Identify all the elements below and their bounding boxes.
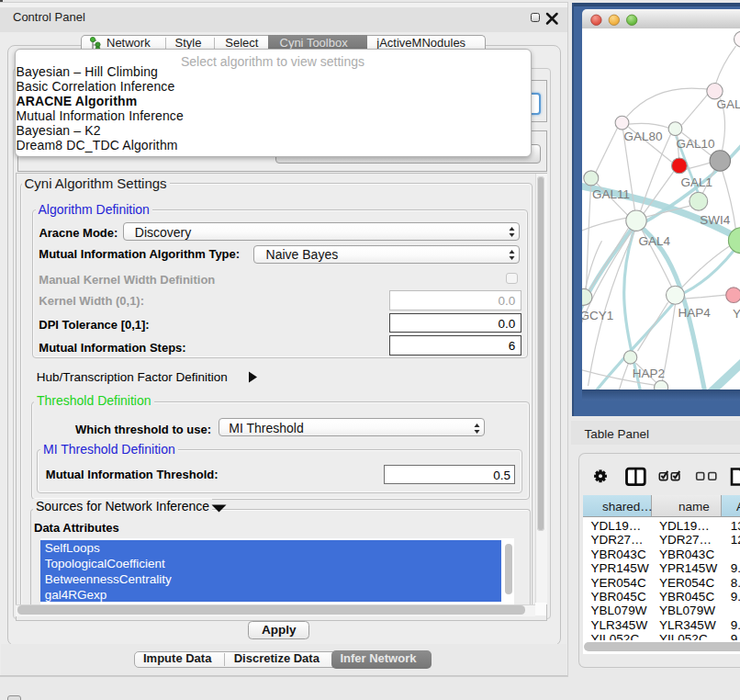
svg-text:GAL80: GAL80: [623, 130, 662, 143]
svg-text:SWI4: SWI4: [700, 212, 730, 226]
svg-text:GAL11: GAL11: [592, 187, 630, 201]
svg-text:GAL1: GAL1: [680, 175, 712, 188]
svg-text:HAP4: HAP4: [678, 305, 711, 319]
svg-text:Y: Y: [732, 307, 740, 321]
svg-text:GAL7: GAL7: [716, 97, 740, 111]
svg-text:GAL10: GAL10: [676, 136, 714, 150]
svg-text:HAP2: HAP2: [632, 367, 664, 380]
svg-text:GCY1: GCY1: [582, 308, 613, 322]
svg-text:GAL4: GAL4: [638, 234, 670, 248]
